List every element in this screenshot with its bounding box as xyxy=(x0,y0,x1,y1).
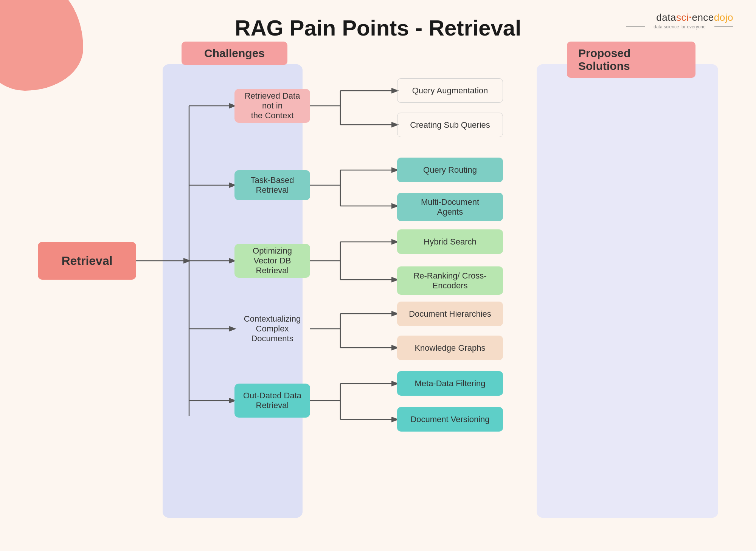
solution-s3: Query Routing xyxy=(397,158,503,182)
solution-s4: Multi-DocumentAgents xyxy=(397,193,503,221)
solution-s6: Re-Ranking/ Cross-Encoders xyxy=(397,266,503,295)
solution-s1: Query Augmentation xyxy=(397,78,503,103)
page-title: RAG Pain Points - Retrieval xyxy=(0,15,756,40)
solutions-panel xyxy=(537,64,718,518)
solution-s10: Document Versioning xyxy=(397,407,503,432)
retrieval-box: Retrieval xyxy=(38,242,136,280)
solutions-header: Proposed Solutions xyxy=(567,42,695,78)
solution-s5: Hybrid Search xyxy=(397,229,503,254)
decorative-blob xyxy=(0,0,83,91)
challenges-panel xyxy=(163,64,303,518)
solution-s2: Creating Sub Queries xyxy=(397,113,503,137)
solution-s7: Document Hierarchies xyxy=(397,302,503,326)
challenge-c2: Task-Based Retrieval xyxy=(234,170,310,200)
solution-s8: Knowledge Graphs xyxy=(397,336,503,360)
challenge-c1: Retrieved Data not inthe Context xyxy=(234,89,310,123)
challenge-c4: ContextualizingComplex Documents xyxy=(234,314,310,344)
challenges-header: Challenges xyxy=(182,42,287,65)
challenge-c3: Optimizing Vector DBRetrieval xyxy=(234,244,310,278)
challenge-c5: Out-Dated DataRetrieval xyxy=(234,384,310,418)
solution-s9: Meta-Data Filtering xyxy=(397,371,503,396)
